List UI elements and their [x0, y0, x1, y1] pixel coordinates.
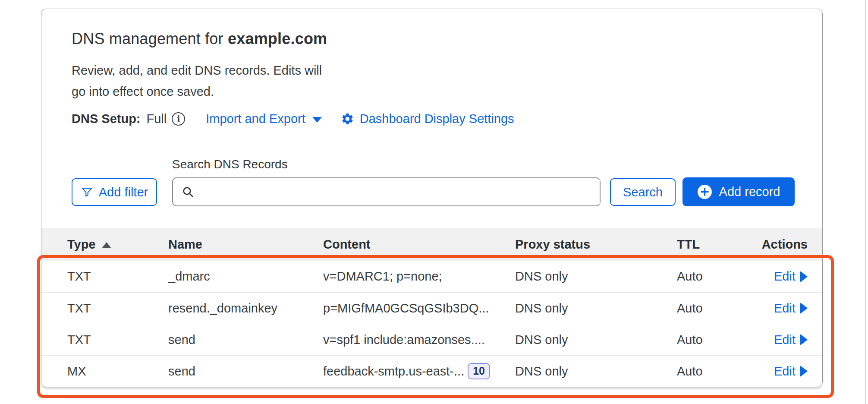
filter-icon	[81, 186, 93, 199]
cell-ttl: Auto	[677, 301, 757, 316]
cell-proxy-status: DNS only	[515, 269, 677, 284]
edit-label: Edit	[774, 333, 796, 347]
column-header-proxy-status[interactable]: Proxy status	[515, 237, 677, 252]
cell-actions: Edit	[757, 333, 808, 347]
cell-type: TXT	[67, 333, 168, 347]
chevron-right-icon	[800, 271, 808, 282]
edit-record-link[interactable]: Edit	[774, 301, 808, 316]
content-value: feedback-smtp.us-east-...	[323, 364, 464, 379]
subtitle-line-1: Review, add, and edit DNS records. Edits…	[72, 60, 322, 81]
search-input[interactable]	[200, 180, 600, 204]
cell-type: MX	[67, 364, 168, 379]
cell-proxy-status: DNS only	[515, 333, 677, 347]
search-button[interactable]: Search	[610, 178, 676, 206]
edit-label: Edit	[774, 301, 796, 316]
table-row: TXT_dmarcv=DMARC1; p=none;DNS onlyAutoEd…	[41, 261, 822, 292]
cell-content: feedback-smtp.us-east-...10	[323, 363, 515, 379]
edit-record-link[interactable]: Edit	[774, 364, 808, 379]
cell-ttl: Auto	[677, 333, 757, 347]
search-icon	[182, 186, 195, 199]
cell-proxy-status: DNS only	[515, 364, 677, 379]
column-header-name[interactable]: Name	[168, 237, 323, 252]
priority-badge: 10	[468, 363, 490, 379]
column-header-content[interactable]: Content	[323, 237, 515, 252]
cell-name: send	[168, 333, 323, 347]
table-row: MXsendfeedback-smtp.us-east-...10DNS onl…	[41, 355, 822, 387]
cell-actions: Edit	[757, 364, 808, 379]
add-filter-label: Add filter	[99, 185, 148, 199]
dns-management-card: DNS management for example.com Review, a…	[41, 9, 823, 387]
import-export-link[interactable]: Import and Export	[206, 112, 322, 126]
cell-name: _dmarc	[168, 269, 323, 284]
edit-label: Edit	[774, 269, 796, 284]
cell-name: send	[168, 364, 323, 379]
add-filter-button[interactable]: Add filter	[72, 178, 157, 206]
cell-proxy-status: DNS only	[515, 301, 677, 316]
content-value: v=DMARC1; p=none;	[323, 269, 442, 284]
table-body: TXT_dmarcv=DMARC1; p=none;DNS onlyAutoEd…	[41, 261, 822, 388]
table-row: TXTsendv=spf1 include:amazonses....DNS o…	[41, 324, 822, 355]
subtitle-line-2: go into effect once saved.	[72, 81, 322, 102]
info-icon[interactable]: i	[172, 112, 185, 126]
dns-setup-label: DNS Setup:	[72, 112, 141, 126]
chevron-down-icon	[312, 117, 322, 123]
cell-ttl: Auto	[677, 269, 757, 284]
table-header-row: Type Name Content Proxy status TTL Actio…	[41, 228, 822, 261]
cell-type: TXT	[67, 301, 168, 316]
edit-record-link[interactable]: Edit	[774, 333, 808, 347]
search-dns-records-label: Search DNS Records	[172, 158, 288, 171]
gear-icon	[341, 112, 354, 126]
chevron-right-icon	[800, 366, 808, 377]
column-header-type[interactable]: Type	[67, 237, 168, 252]
dns-setup-row: DNS Setup: Full i Import and Export Dash…	[72, 112, 514, 126]
content-value: p=MIGfMA0GCSqGSIb3DQ...	[323, 301, 489, 316]
column-header-actions: Actions	[757, 237, 808, 252]
content-value: v=spf1 include:amazonses....	[323, 333, 485, 347]
add-record-label: Add record	[719, 185, 780, 199]
dns-management-page: DNS management for example.com Review, a…	[0, 0, 868, 404]
plus-circle-icon	[697, 184, 712, 199]
chevron-right-icon	[800, 334, 808, 345]
cell-ttl: Auto	[677, 364, 757, 379]
dns-setup-value: Full	[147, 112, 167, 126]
page-title-prefix: DNS management for	[72, 30, 228, 47]
cell-actions: Edit	[757, 269, 808, 284]
table-row: TXTresend._domainkeyp=MIGfMA0GCSqGSIb3DQ…	[41, 292, 822, 324]
import-export-label: Import and Export	[206, 112, 305, 126]
add-record-button[interactable]: Add record	[682, 177, 795, 206]
edit-record-link[interactable]: Edit	[774, 269, 808, 284]
dashboard-display-settings-label: Dashboard Display Settings	[360, 112, 514, 126]
cell-content: v=DMARC1; p=none;	[323, 269, 515, 284]
cell-actions: Edit	[757, 301, 808, 316]
edit-label: Edit	[774, 364, 796, 379]
cell-content: p=MIGfMA0GCSqGSIb3DQ...	[323, 301, 515, 316]
page-subtitle: Review, add, and edit DNS records. Edits…	[72, 60, 322, 102]
cell-type: TXT	[67, 269, 168, 284]
page-title: DNS management for example.com	[72, 30, 327, 48]
cell-content: v=spf1 include:amazonses....	[323, 333, 515, 347]
page-right-divider	[865, 0, 866, 404]
dashboard-display-settings-link[interactable]: Dashboard Display Settings	[341, 112, 514, 126]
search-box	[172, 177, 601, 206]
chevron-right-icon	[800, 303, 808, 314]
sort-ascending-icon	[102, 242, 111, 248]
cell-name: resend._domainkey	[168, 301, 323, 316]
column-header-ttl[interactable]: TTL	[677, 237, 757, 252]
page-title-domain: example.com	[228, 30, 327, 47]
